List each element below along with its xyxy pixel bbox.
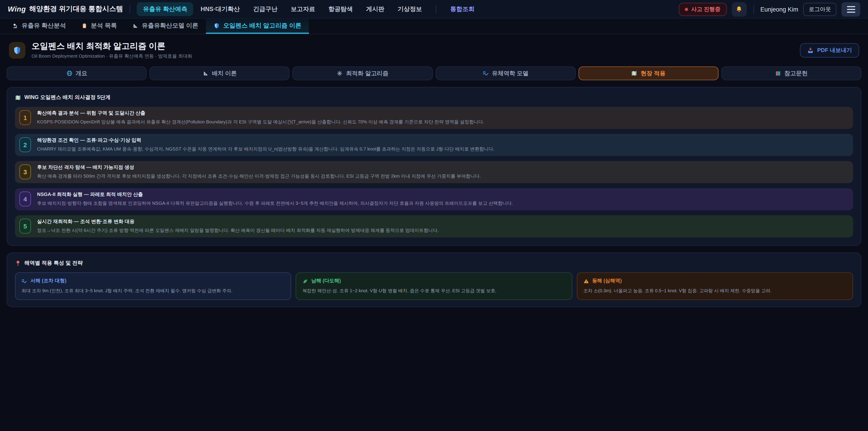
bell-icon <box>735 5 743 13</box>
step-number-badge: 4 <box>20 191 31 206</box>
app-window: Wing 해양환경 위기대응 통합시스템 유출유 확산예측 HNS·대기확산 긴… <box>0 0 868 431</box>
shield-icon <box>214 23 220 29</box>
logout-button[interactable]: 로그아웃 <box>803 2 836 16</box>
step-row-1: 1 확산예측 결과 분석 — 위험 구역 및 도달시간 산출 KOSPS·POS… <box>15 107 853 129</box>
incident-status-badge[interactable]: 사고 진행중 <box>679 2 727 16</box>
set-square-icon <box>132 23 138 29</box>
tab-diffusion-model-theory[interactable]: 유출유확산모델 이론 <box>125 19 206 34</box>
shield-icon <box>13 46 22 55</box>
panel-title: 해역별 적용 특성 및 전략 <box>24 260 83 267</box>
region-card-title: 동해 (심해역) <box>592 277 622 284</box>
section-tab-optimization-algorithm[interactable]: 최적화 알고리즘 <box>292 66 433 80</box>
app-title: 해양환경 위기대응 통합시스템 <box>29 4 123 14</box>
pdf-export-label: PDF 내보내기 <box>817 47 852 54</box>
books-icon <box>775 70 781 76</box>
main-menu: 유출유 확산예측 HNS·대기확산 긴급구난 보고자료 항공탐색 게시판 기상정… <box>137 2 481 16</box>
panel-title: WING 오일펜스 배치 의사결정 5단계 <box>24 94 111 101</box>
tab-label: 오일펜스 배치 알고리즘 이론 <box>223 22 301 30</box>
step-content: NSGA-II 최적화 실행 — 파레토 최적 배치안 산출 후보 배치지점·방… <box>37 191 513 206</box>
section-tab-label: 최적화 알고리즘 <box>346 69 388 77</box>
step-content: 후보 차단선 격자 탐색 — 배치 가능지점 생성 확산 예측 경계를 따라 5… <box>37 164 481 179</box>
tab-label: 유출유확산모델 이론 <box>142 22 198 30</box>
region-card-body: 최대 조차 9m (인천), 조류 최대 3~5 knot. J형 배치 주력.… <box>22 288 285 294</box>
region-cards: 서해 (조차 대형) 최대 조차 9m (인천), 조류 최대 3~5 knot… <box>15 272 853 300</box>
step-title: 해양환경 조건 확인 — 조류·파고·수심·기상 입력 <box>37 137 494 144</box>
hamburger-menu-icon <box>847 6 855 7</box>
section-tab-overview[interactable]: 개요 <box>6 66 147 80</box>
tab-oil-boom-algorithm-theory[interactable]: 오일펜스 배치 알고리즘 이론 <box>206 19 309 34</box>
hamburger-menu-button[interactable] <box>841 2 860 17</box>
step-content: 해양환경 조건 확인 — 조류·파고·수심·기상 입력 CHARRY 채리모델 … <box>37 137 494 152</box>
menu-item-weather-info[interactable]: 기상정보 <box>392 2 428 16</box>
region-strategy-panel: 해역별 적용 특성 및 전략 서해 (조차 대형) 최대 조차 9m (인천),… <box>6 252 861 307</box>
notifications-button[interactable] <box>732 2 746 17</box>
app-logo: Wing <box>8 5 26 13</box>
menu-item-oil-spill-prediction[interactable]: 유출유 확산예측 <box>137 2 193 16</box>
gear-icon <box>337 70 343 76</box>
page-title: 오일펜스 배치 최적화 알고리즘 이론 <box>32 41 192 52</box>
pin-icon <box>15 260 21 266</box>
step-title: 후보 차단선 격자 탐색 — 배치 가능지점 생성 <box>37 164 481 171</box>
globe-icon <box>66 70 72 76</box>
region-card-title-row: 남해 (다도해) <box>303 277 565 284</box>
decision-steps-panel: WING 오일펜스 배치 의사결정 5단계 1 확산예측 결과 분석 — 위험 … <box>6 87 861 246</box>
clipboard-icon <box>81 23 88 29</box>
section-tab-deployment-theory[interactable]: 배치 이론 <box>150 66 290 80</box>
wave-icon <box>483 70 489 76</box>
microscope-icon <box>12 23 18 29</box>
step-body: 창조→낙조 전환 시(약 6시간 주기) 조류 방향 역전에 따른 오일펜스 재… <box>37 227 439 234</box>
divider <box>130 5 130 13</box>
step-body: CHARRY 채리모델 조류예측값, KMA UM 풍속·풍향, 수심격자, N… <box>37 146 494 152</box>
incident-status-label: 사고 진행중 <box>691 5 720 13</box>
region-card-title-row: 동해 (심해역) <box>583 277 846 284</box>
section-tab-hydrodynamics-model[interactable]: 유체역학 모델 <box>435 66 576 80</box>
menu-item-hns-atmospheric[interactable]: HNS·대기확산 <box>195 2 246 16</box>
menu-item-board[interactable]: 게시판 <box>360 2 391 16</box>
step-title: 실시간 재최적화 — 조석 변환·조류 변화 대응 <box>37 219 439 225</box>
section-tab-field-application[interactable]: 현장 적용 <box>578 66 718 80</box>
menu-item-emergency-rescue[interactable]: 긴급구난 <box>247 2 284 16</box>
menu-item-integrated-search[interactable]: 통합조회 <box>444 2 481 16</box>
page-icon-box <box>9 42 25 59</box>
menu-item-aerial-search[interactable]: 항공탐색 <box>322 2 359 16</box>
step-body: KOSPS·POSEIDON·OpenDrift 앙상블 예측 결과에서 유출유… <box>37 118 484 125</box>
step-row-5: 5 실시간 재최적화 — 조석 변환·조류 변화 대응 창조→낙조 전환 시(약… <box>15 215 853 238</box>
section-tab-label: 현장 적용 <box>641 69 665 77</box>
menu-item-reports[interactable]: 보고자료 <box>285 2 321 16</box>
map-icon <box>631 70 638 76</box>
sub-navigation: 유출유 확산분석 분석 목록 유출유확산모델 이론 <box>0 19 868 34</box>
tab-analysis-list[interactable]: 분석 목록 <box>74 19 125 34</box>
section-tab-label: 유체역학 모델 <box>492 69 528 77</box>
section-tabs: 개요 배치 이론 최적화 알고리즘 <box>6 66 861 80</box>
step-title: NSGA-II 최적화 실행 — 파레토 최적 배치안 산출 <box>37 191 513 198</box>
region-card-title: 서해 (조차 대형) <box>31 277 66 284</box>
pdf-export-button[interactable]: PDF 내보내기 <box>800 43 859 58</box>
step-content: 확산예측 결과 분석 — 위험 구역 및 도달시간 산출 KOSPS·POSEI… <box>37 110 484 125</box>
section-tab-label: 배치 이론 <box>212 69 237 77</box>
region-card-title-row: 서해 (조차 대형) <box>22 277 285 284</box>
step-number-badge: 3 <box>20 164 31 179</box>
section-tab-label: 참고문헌 <box>784 69 808 77</box>
region-card-body: 조차 소(0.3m). 너울파고 높음. 조류 0.5~1 knot. V형 집… <box>583 288 846 294</box>
region-card-south-sea: 남해 (다도해) 복잡한 해안선·섬. 조류 1~2 knot. V형·U형 병… <box>296 272 572 300</box>
step-body: 확산 예측 경계를 따라 500m 간격 격자로 후보 배치지점을 생성합니다.… <box>37 173 481 179</box>
panel-header: 해역별 적용 특성 및 전략 <box>15 260 853 267</box>
warning-icon <box>583 278 589 284</box>
tab-label: 분석 목록 <box>91 22 117 30</box>
region-card-west-sea: 서해 (조차 대형) 최대 조차 9m (인천), 조류 최대 3~5 knot… <box>15 272 291 300</box>
page-header: 오일펜스 배치 최적화 알고리즘 이론 Oil Boom Deployment … <box>0 34 868 64</box>
section-tab-references[interactable]: 참고문헌 <box>721 66 862 80</box>
section-tab-label: 개요 <box>75 69 87 77</box>
tab-oil-spill-analysis[interactable]: 유출유 확산분석 <box>4 19 74 34</box>
navbar-right: 사고 진행중 Eunjeong Kim 로그아웃 <box>679 2 860 17</box>
tab-label: 유출유 확산분석 <box>22 22 66 30</box>
page-subtitle: Oil Boom Deployment Optimization · 유출유 확… <box>32 53 192 60</box>
panel-header: WING 오일펜스 배치 의사결정 5단계 <box>15 94 853 101</box>
export-icon <box>807 47 814 54</box>
step-number-badge: 2 <box>20 137 31 152</box>
step-body: 후보 배치지점·방향각·형태 조합을 염색체로 인코딩하여 NSGA-II 다목… <box>37 200 513 206</box>
top-navbar: Wing 해양환경 위기대응 통합시스템 유출유 확산예측 HNS·대기확산 긴… <box>0 0 868 19</box>
wave-icon <box>22 278 27 284</box>
step-number-badge: 1 <box>20 110 31 125</box>
step-row-2: 2 해양환경 조건 확인 — 조류·파고·수심·기상 입력 CHARRY 채리모… <box>15 134 853 156</box>
